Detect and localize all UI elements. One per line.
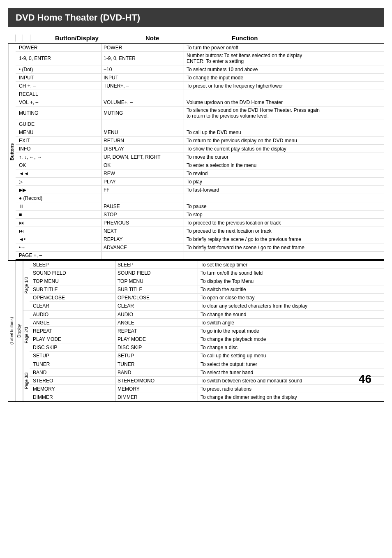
note-cell: SUB TITLE (116, 285, 198, 293)
table-row: 1-9, 0, ENTER 1-9, 0, ENTER Number butto… (16, 52, 384, 65)
button-cell: TOP MENU (30, 277, 116, 285)
buttons-side-label: Buttons (8, 44, 16, 260)
func-cell: To open or close the tray (198, 294, 384, 301)
func-cell: To select the tuner band (198, 368, 384, 376)
table-row: BAND BAND To select the tuner band (30, 368, 384, 377)
button-cell: MEMORY (30, 385, 116, 393)
button-cell: SOUND FIELD (30, 269, 116, 277)
button-cell: PAGE +, – (16, 252, 102, 259)
note-cell: FF (102, 186, 184, 194)
note-cell: PLAY MODE (116, 335, 198, 343)
func-cell: To preset radio stations (198, 385, 384, 393)
func-cell: Number buttons: To set items selected on… (184, 52, 384, 65)
func-cell: To return to the previous display on the… (184, 137, 384, 144)
note-cell: DIMMER (116, 393, 198, 401)
func-cell: To fast-forward (184, 186, 384, 194)
button-cell: GUIDE (16, 120, 102, 128)
button-cell: MENU (16, 128, 102, 136)
note-cell: PAUSE (102, 202, 184, 210)
page2-label: Page 2/3 (23, 310, 30, 360)
table-row: DISC SKIP DISC SKIP To change a disc (30, 343, 384, 352)
note-cell: RETURN (102, 137, 184, 144)
table-row: SETUP SETUP To call up the setting up me… (30, 352, 384, 360)
note-cell: TOP MENU (116, 277, 198, 285)
table-row: ▶▶ FF To fast-forward (16, 186, 384, 194)
note-cell (102, 120, 184, 128)
button-cell: ⏸ (16, 202, 102, 210)
func-cell: To display the Top Menu (198, 277, 384, 285)
func-cell: To rewind (184, 169, 384, 177)
button-cell: ⏭ (16, 227, 102, 235)
page3-label: Page 3/3 (23, 360, 30, 401)
table-row: PLAY MODE PLAY MODE To change the playba… (30, 335, 384, 343)
page1-label: Page 1/3 (23, 261, 30, 310)
col-header-note: Note (145, 35, 232, 42)
table-row: INPUT INPUT To change the input mode (16, 74, 384, 82)
button-cell: ▷ (16, 178, 102, 185)
button-cell: ↑, ↓, ←, → (16, 153, 102, 161)
note-cell: NEXT (102, 227, 184, 235)
table-row: ◄• REPLAY To briefly replay the scene / … (16, 235, 384, 243)
func-cell: To proceed to the previous location or t… (184, 219, 384, 227)
func-cell: To play (184, 178, 384, 185)
table-row: ◄◄ REW To rewind (16, 169, 384, 178)
note-cell: STOP (102, 211, 184, 218)
note-cell: TUNER+, – (102, 82, 184, 90)
button-cell: TUNER (30, 360, 116, 368)
table-row: ⏮ PREVIOUS To proceed to the previous lo… (16, 219, 384, 227)
note-cell: SOUND FIELD (116, 269, 198, 277)
func-cell: To clear any selected characters from th… (198, 302, 384, 310)
table-row: VOL +, – VOLUME+, – Volume up/down on th… (16, 98, 384, 107)
note-cell: MUTING (102, 107, 184, 120)
table-row: EXIT RETURN To return to the previous di… (16, 137, 384, 145)
func-cell: To change the sound (198, 310, 384, 318)
table-row: AUDIO AUDIO To change the sound (30, 310, 384, 319)
note-cell: 1-9, 0, ENTER (102, 52, 184, 65)
table-row: INFO DISPLAY To show the current play st… (16, 145, 384, 153)
table-row: •→ ADVANCE To briefly fast-forward the s… (16, 243, 384, 252)
display-label: Display (16, 261, 23, 401)
table-row: PAGE +, – (16, 252, 384, 260)
note-cell: MEMORY (116, 385, 198, 393)
button-cell: ■ (16, 211, 102, 218)
table-row: SUB TITLE SUB TITLE To switch the subtit… (30, 285, 384, 294)
func-cell: To switch the subtitle (198, 285, 384, 293)
button-cell: CH +, – (16, 82, 102, 90)
table-row: CLEAR CLEAR To clear any selected charac… (30, 302, 384, 310)
label-buttons-label: (Label buttons) (8, 261, 15, 401)
func-cell (184, 252, 384, 259)
func-cell (184, 90, 384, 98)
note-cell: REPEAT (116, 327, 198, 335)
note-cell: POWER (102, 44, 184, 51)
table-row: RECALL (16, 90, 384, 98)
table-row: MUTING MUTING To silence the sound on th… (16, 107, 384, 120)
button-cell: OK (16, 161, 102, 169)
func-cell: To enter a selection in the menu (184, 161, 384, 169)
table-row: MENU MENU To call up the DVD menu (16, 128, 384, 137)
note-cell: PLAY (102, 178, 184, 185)
table-row: OK OK To enter a selection in the menu (16, 161, 384, 169)
col-header-button: Button/Display (30, 35, 145, 42)
button-cell: VOL +, – (16, 98, 102, 106)
func-cell: To proceed to the next location or track (184, 227, 384, 235)
button-cell: 1-9, 0, ENTER (16, 52, 102, 65)
button-cell: MUTING (16, 107, 102, 120)
note-cell: TUNER (116, 360, 198, 368)
button-cell: OPEN/CLOSE (30, 294, 116, 301)
button-cell: STEREO (30, 377, 116, 384)
button-cell: ANGLE (30, 319, 116, 326)
button-cell: ● (Record) (16, 194, 102, 202)
note-cell: BAND (116, 368, 198, 376)
note-cell (102, 252, 184, 259)
func-cell: To stop (184, 211, 384, 218)
note-cell: +10 (102, 65, 184, 73)
note-cell: PREVIOUS (102, 219, 184, 227)
note-cell: STEREO/MONO (116, 377, 198, 384)
page-number: 46 (359, 373, 371, 386)
table-row: ● (Record) (16, 194, 384, 202)
note-cell: DISPLAY (102, 145, 184, 153)
func-cell: To change a disc (198, 343, 384, 351)
table-row: GUIDE (16, 120, 384, 128)
func-cell: To call up the setting up menu (198, 352, 384, 360)
func-cell: To select numbers 10 and above (184, 65, 384, 73)
